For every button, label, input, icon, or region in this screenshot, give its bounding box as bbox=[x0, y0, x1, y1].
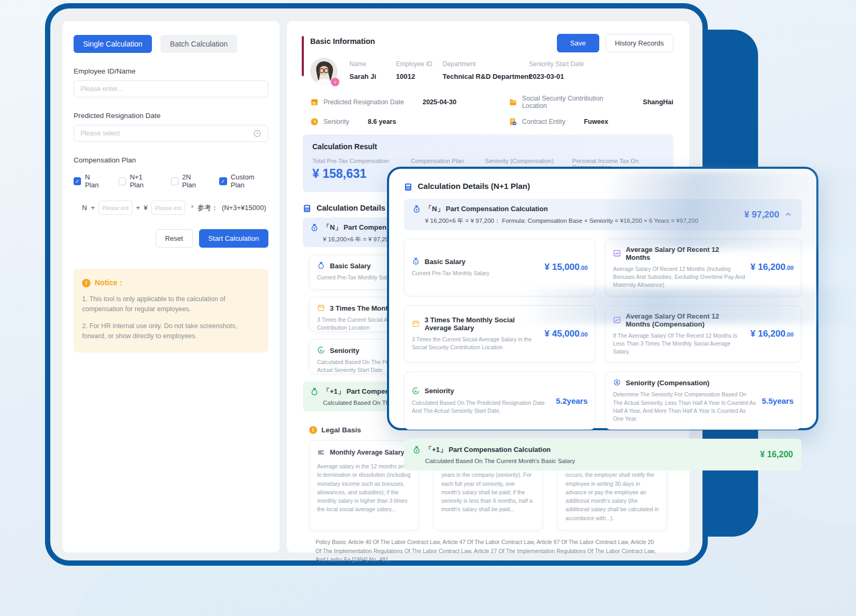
contract-icon bbox=[509, 117, 517, 126]
chart-icon bbox=[613, 316, 621, 324]
reset-button[interactable]: Reset bbox=[156, 229, 193, 248]
folder-icon bbox=[509, 98, 517, 106]
notice-box: ! Notice： 1. This tool is only applicabl… bbox=[74, 269, 268, 352]
employee-id-label: Employee ID bbox=[396, 60, 443, 68]
money-bag-icon bbox=[310, 387, 319, 396]
formula-ref-value: (N+3+¥15000) bbox=[222, 204, 266, 212]
seniority-start-label: Seniority Start Date bbox=[529, 60, 608, 68]
department-label: Department bbox=[443, 60, 529, 68]
plus-part-amount: ¥ 16,200 bbox=[760, 450, 793, 459]
chevron-up-icon[interactable] bbox=[785, 211, 793, 219]
avatar: ♀ bbox=[310, 58, 338, 85]
info-icon: i bbox=[309, 426, 317, 434]
name-label: Name bbox=[349, 60, 396, 68]
kv-value: Fuweex bbox=[584, 118, 608, 125]
money-bag-icon bbox=[412, 446, 421, 454]
chart-icon bbox=[613, 249, 621, 258]
n-part-formula: ¥ 16,200×6 年 = ¥ 97,200： Formula: Compen… bbox=[412, 217, 744, 225]
formula-prefix: N bbox=[82, 204, 87, 212]
detail-card-3-times: 3 Times The Monthly Social Average Salar… bbox=[404, 305, 596, 363]
policy-basis-text: Policy Basis: Article 40 Of The Labor Co… bbox=[303, 538, 673, 564]
employee-fields: Name Sarah Ji Employee ID 10012 Departme… bbox=[349, 58, 608, 80]
required-mark: * bbox=[191, 204, 194, 212]
money-bag-icon bbox=[412, 205, 421, 213]
name-value: Sarah Ji bbox=[349, 73, 396, 80]
section-accent-bar bbox=[302, 36, 304, 76]
formula-amount-field[interactable] bbox=[151, 201, 185, 215]
warning-icon: ! bbox=[82, 279, 91, 287]
save-button[interactable]: Save bbox=[557, 34, 599, 52]
calculation-details-modal: Calculation Details (N+1 Plan) 「N」 Part … bbox=[387, 167, 818, 430]
legal-basis-title: Legal Basis bbox=[321, 426, 361, 434]
formula-plus: + bbox=[136, 204, 140, 212]
notice-title-row: ! Notice： bbox=[82, 278, 260, 288]
calculator-icon bbox=[404, 182, 412, 191]
formula-currency: ¥ bbox=[144, 204, 148, 212]
modal-title: Calculation Details (N+1 Plan) bbox=[418, 182, 530, 191]
kv-value: 2025-04-30 bbox=[422, 98, 456, 106]
calendar-icon bbox=[310, 98, 319, 106]
employee-id-label: Employee ID/Name bbox=[74, 67, 268, 75]
result-label: Total Pre-Tax Compensation bbox=[312, 158, 411, 164]
formula-months-field[interactable] bbox=[98, 201, 132, 215]
n-part-title: 「N」 Part Compensation Calculation bbox=[425, 204, 548, 214]
detail-card-seniority: Seniority Calculated Based On The Predic… bbox=[404, 372, 596, 430]
plus-part-desc: Calculated Based On The Current Month's … bbox=[412, 458, 760, 464]
money-bag-icon bbox=[317, 261, 326, 270]
clock-icon bbox=[253, 129, 262, 138]
female-gender-badge: ♀ bbox=[331, 78, 339, 86]
plan-option-label: N+1 Plan bbox=[130, 173, 157, 189]
detail-card-average-salary: Average Salary Of Recent 12 Months Avera… bbox=[605, 239, 801, 296]
formula-months-input[interactable] bbox=[102, 201, 129, 214]
compensation-plan-label: Compensation Plan bbox=[74, 156, 268, 164]
calculation-result-title: Calculation Result bbox=[312, 142, 664, 151]
employee-id-input[interactable] bbox=[80, 85, 262, 93]
formula-ref-label: 参考： bbox=[197, 203, 218, 213]
kv-label: Predicted Resignation Date bbox=[323, 98, 404, 106]
start-calculation-button[interactable]: Start Calculation bbox=[199, 229, 268, 248]
employee-id-value: 10012 bbox=[396, 73, 443, 80]
plus-part-title: 「+1」 Part Compensation Calculation bbox=[425, 445, 551, 455]
calculation-form-panel: Single Calculation Batch Calculation Emp… bbox=[62, 21, 280, 552]
plan-option-label: Custom Plan bbox=[231, 173, 268, 189]
detail-card-average-salary-compensation: Average Salary Of Recent 12 Months (Comp… bbox=[605, 305, 801, 363]
plan-option-n1[interactable]: N+1 Plan bbox=[119, 173, 157, 189]
kv-label: Social Security Contribution Location bbox=[522, 95, 624, 110]
kv-seniority: Seniority 8.6 years bbox=[310, 117, 509, 126]
kv-social-security-location: Social Security Contribution Location Sh… bbox=[509, 95, 673, 110]
tab-single-calculation[interactable]: Single Calculation bbox=[74, 35, 152, 53]
employee-id-field[interactable] bbox=[74, 80, 268, 97]
kv-value: 8.6 years bbox=[368, 118, 397, 125]
n-part-row[interactable]: 「N」 Part Compensation Calculation ¥ 16,2… bbox=[404, 199, 801, 230]
plus-one-part-row: 「+1」 Part Compensation Calculation Calcu… bbox=[404, 439, 801, 470]
form-actions: Reset Start Calculation bbox=[74, 229, 268, 248]
notice-title: Notice： bbox=[95, 278, 125, 288]
plan-option-custom[interactable]: Custom Plan bbox=[219, 173, 268, 189]
modal-title-row: Calculation Details (N+1 Plan) bbox=[404, 182, 801, 191]
clock-icon bbox=[310, 117, 319, 126]
basic-information-title: Basic Information bbox=[310, 37, 375, 46]
kv-value: ShangHai bbox=[643, 98, 673, 106]
kv-label: Seniority bbox=[323, 118, 349, 125]
checkbox-n1-plan[interactable] bbox=[119, 177, 126, 185]
history-records-button[interactable]: History Records bbox=[606, 34, 673, 52]
plan-option-n[interactable]: N Plan bbox=[74, 173, 105, 189]
kv-contract-entity: Contract Entity Fuweex bbox=[509, 117, 673, 126]
resignation-date-input[interactable] bbox=[80, 130, 249, 137]
n-part-amount: ¥ 97,200 bbox=[744, 210, 779, 220]
plan-option-label: 2N Plan bbox=[182, 173, 205, 189]
checkbox-custom-plan[interactable] bbox=[219, 177, 227, 185]
result-label: Compensation Plan bbox=[411, 158, 485, 164]
money-bag-icon bbox=[412, 257, 420, 266]
plan-option-2n[interactable]: 2N Plan bbox=[171, 173, 206, 189]
tab-batch-calculation[interactable]: Batch Calculation bbox=[160, 35, 237, 53]
checkbox-2n-plan[interactable] bbox=[171, 177, 178, 185]
resignation-date-field[interactable] bbox=[74, 125, 268, 142]
compensation-plan-options: N Plan N+1 Plan 2N Plan Custom Plan bbox=[74, 173, 268, 189]
detail-card-basic-salary: Basic Salary Current Pre-Tax Monthly Sal… bbox=[404, 239, 596, 296]
badge-icon bbox=[613, 378, 621, 387]
notice-line: 2. For HR internal use only. Do not take… bbox=[82, 321, 260, 342]
checkbox-n-plan[interactable] bbox=[74, 177, 81, 185]
formula-amount-input[interactable] bbox=[155, 201, 182, 214]
calendar-icon bbox=[317, 304, 326, 312]
